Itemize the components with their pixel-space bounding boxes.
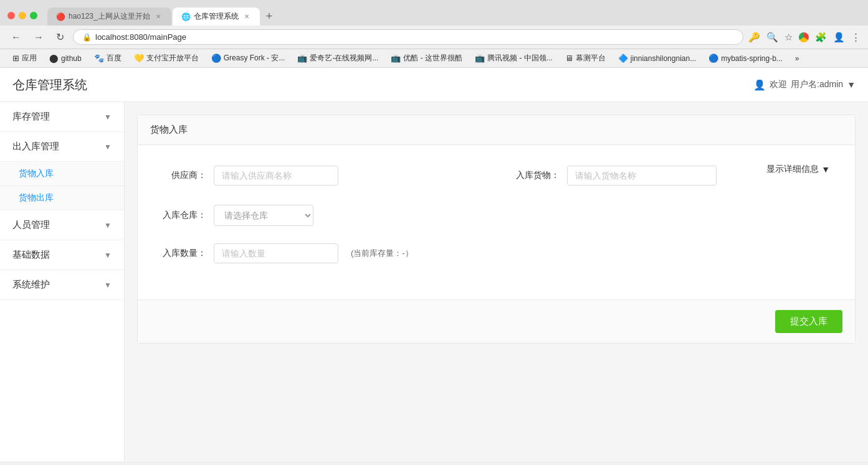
sidebar-inout-label: 出入库管理	[12, 141, 59, 153]
new-tab-button[interactable]: +	[261, 7, 278, 26]
tab-hao123-label: hao123_上网从这里开始	[69, 11, 150, 22]
chrome-logo	[799, 32, 809, 42]
url-text: localhost:8080/mainPage	[95, 32, 734, 42]
submit-button[interactable]: 提交入库	[775, 310, 842, 333]
sidebar-basic-arrow: ▼	[104, 251, 112, 260]
app-header: 仓库管理系统 👤 欢迎 用户名:admin ▼	[0, 68, 868, 102]
card-footer: 提交入库	[138, 299, 855, 343]
bookmark-iqiyi[interactable]: 📺 爱奇艺-在线视频网...	[292, 52, 383, 65]
sidebar-basic-label: 基础数据	[12, 249, 50, 261]
bookmark-mutest[interactable]: 🖥 幕测平台	[560, 52, 611, 65]
tab-warehouse[interactable]: 🌐 仓库管理系统 ✕	[173, 7, 260, 26]
sidebar-item-inventory[interactable]: 库存管理 ▼	[0, 102, 124, 132]
form-group-quantity: 入库数量： (当前库存量：-）	[163, 243, 413, 263]
tab-hao123-icon: 🔴	[56, 12, 65, 21]
supplier-label: 供应商：	[163, 170, 206, 181]
bookmark-mutest-label: 幕测平台	[576, 53, 606, 63]
forward-button[interactable]: →	[30, 31, 47, 44]
bookmarks-bar: ⊞ 应用 ⬤ github 🐾 百度 💛 支付宝开放平台 🔵 Greasy Fo…	[0, 49, 868, 68]
app-body: 库存管理 ▼ 出入库管理 ▼ 货物入库 货物出库 人员管理 ▼ 基础数据 ▼ 系…	[0, 102, 868, 461]
user-dropdown-icon[interactable]: ▼	[847, 80, 856, 90]
bookmark-apps-label: 应用	[22, 53, 37, 63]
sidebar-inventory-label: 库存管理	[12, 111, 50, 123]
bookmark-iqiyi-label: 爱奇艺-在线视频网...	[310, 53, 378, 63]
sidebar-personnel-arrow: ▼	[104, 221, 112, 230]
bookmark-tencent-label: 腾讯视频 - 中国领...	[487, 53, 553, 63]
form-group-supplier: 供应商：	[163, 166, 338, 186]
window-minimize-button[interactable]	[19, 12, 26, 19]
tab-hao123-close[interactable]: ✕	[154, 12, 163, 21]
tab-warehouse-close[interactable]: ✕	[242, 12, 251, 21]
sidebar-personnel-label: 人员管理	[12, 219, 50, 231]
menu-icon[interactable]: ⋮	[851, 32, 861, 43]
goods-label: 入库货物：	[516, 170, 560, 181]
refresh-button[interactable]: ↻	[52, 30, 68, 44]
page-title: 货物入库	[150, 124, 188, 134]
sidebar-sub-goods-in[interactable]: 货物入库	[0, 162, 124, 186]
user-info[interactable]: 👤 欢迎 用户名:admin ▼	[753, 79, 856, 91]
bookmark-github-label: github	[61, 54, 82, 63]
username-label: 用户名:admin	[791, 79, 843, 90]
form-group-goods: 入库货物：	[516, 166, 717, 186]
app-title: 仓库管理系统	[12, 77, 87, 93]
bookmark-youku[interactable]: 📺 优酷 - 这世界很酷	[386, 52, 467, 65]
quantity-input[interactable]	[214, 243, 338, 263]
bookmark-jinnian[interactable]: 🔷 jinnianshilongnian...	[613, 52, 701, 64]
quantity-label: 入库数量：	[163, 248, 206, 259]
show-details-label: 显示详细信息	[766, 164, 819, 175]
bookmark-youku-label: 优酷 - 这世界很酷	[403, 53, 462, 63]
user-greeting: 欢迎	[770, 79, 787, 90]
extension-icon: 🧩	[815, 32, 827, 43]
show-details-icon: ▼	[821, 164, 830, 174]
url-bar[interactable]: 🔒 localhost:8080/mainPage	[73, 29, 743, 45]
window-close-button[interactable]	[7, 12, 15, 19]
sidebar: 库存管理 ▼ 出入库管理 ▼ 货物入库 货物出库 人员管理 ▼ 基础数据 ▼ 系…	[0, 102, 125, 461]
back-button[interactable]: ←	[7, 31, 25, 44]
sidebar-item-inout[interactable]: 出入库管理 ▼	[0, 132, 124, 162]
supplier-input[interactable]	[214, 166, 338, 186]
tab-warehouse-label: 仓库管理系统	[194, 11, 239, 22]
bookmark-mybatis-label: mybatis-spring-b...	[721, 54, 783, 63]
key-icon: 🔑	[748, 32, 760, 43]
sidebar-item-maintenance[interactable]: 系统维护 ▼	[0, 270, 124, 300]
content-card: 货物入库 供应商： 入库货物： 显示详细信息	[137, 115, 856, 344]
sidebar-maintenance-arrow: ▼	[104, 281, 112, 289]
goods-input[interactable]	[567, 166, 717, 186]
bookmark-alipay[interactable]: 💛 支付宝开放平台	[129, 52, 204, 65]
sidebar-item-personnel[interactable]: 人员管理 ▼	[0, 210, 124, 240]
main-content: 货物入库 供应商： 入库货物： 显示详细信息	[125, 102, 868, 461]
zoom-icon: 🔍	[766, 32, 778, 43]
form-group-warehouse: 入库仓库： 请选择仓库 仓库A 仓库B 仓库C	[163, 205, 313, 226]
sidebar-inventory-arrow: ▼	[104, 113, 112, 121]
form-row-quantity: 入库数量： (当前库存量：-）	[163, 243, 830, 263]
sidebar-sub-inout: 货物入库 货物出库	[0, 162, 124, 210]
warehouse-label: 入库仓库：	[163, 210, 206, 221]
bookmark-baidu[interactable]: 🐾 百度	[89, 52, 126, 65]
profile-icon[interactable]: 👤	[833, 32, 845, 43]
warehouse-select[interactable]: 请选择仓库 仓库A 仓库B 仓库C	[214, 205, 313, 226]
quantity-hint: (当前库存量：-）	[351, 248, 413, 259]
form-row-supplier-goods: 供应商： 入库货物： 显示详细信息 ▼	[163, 164, 830, 187]
form-row-warehouse: 入库仓库： 请选择仓库 仓库A 仓库B 仓库C	[163, 205, 830, 226]
address-bar-icons: 🔑 🔍 ☆ 🧩 👤 ⋮	[748, 32, 861, 43]
user-icon: 👤	[753, 79, 766, 91]
bookmark-greasy-fork[interactable]: 🔵 Greasy Fork - 安...	[206, 52, 290, 65]
bookmark-mybatis[interactable]: 🔵 mybatis-spring-b...	[703, 52, 788, 64]
sidebar-item-basic[interactable]: 基础数据 ▼	[0, 240, 124, 270]
sidebar-sub-goods-out[interactable]: 货物出库	[0, 186, 124, 210]
window-maximize-button[interactable]	[30, 12, 37, 19]
show-details-toggle[interactable]: 显示详细信息 ▼	[766, 164, 830, 175]
bookmark-alipay-label: 支付宝开放平台	[146, 53, 199, 63]
sidebar-maintenance-label: 系统维护	[12, 279, 50, 291]
bookmark-tencent[interactable]: 📺 腾讯视频 - 中国领...	[470, 52, 558, 65]
tab-hao123[interactable]: 🔴 hao123_上网从这里开始 ✕	[47, 7, 171, 26]
more-bookmarks-icon: »	[795, 54, 799, 63]
tab-warehouse-icon: 🌐	[181, 12, 190, 21]
sidebar-inout-arrow: ▼	[104, 143, 112, 151]
bookmark-baidu-label: 百度	[107, 53, 122, 63]
bookmark-apps[interactable]: ⊞ 应用	[7, 52, 42, 65]
star-icon[interactable]: ☆	[785, 32, 793, 43]
bookmark-jinnian-label: jinnianshilongnian...	[631, 54, 696, 63]
bookmark-github[interactable]: ⬤ github	[44, 52, 87, 64]
bookmark-more[interactable]: »	[790, 53, 804, 64]
